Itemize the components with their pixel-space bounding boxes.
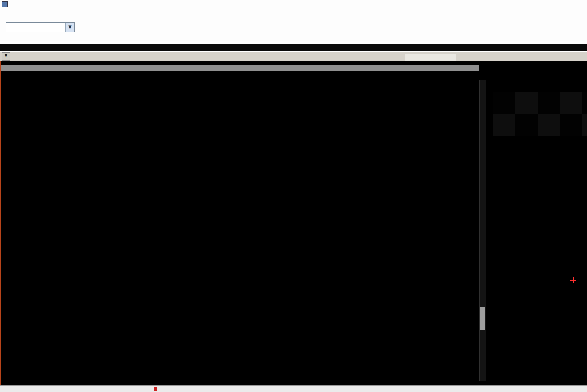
toolbar: ▼ [0, 21, 587, 33]
lap-selector-bar[interactable] [0, 44, 587, 51]
playback-rate-select[interactable]: ▼ [6, 22, 75, 32]
track-outline [494, 181, 578, 280]
application-window: ▼ ▼ [0, 0, 587, 392]
chevron-down-icon[interactable]: ▼ [65, 23, 74, 32]
right-pane [486, 61, 587, 385]
time-axis [1, 373, 481, 381]
cursor-color-swatch [154, 387, 157, 391]
lap-header [1, 65, 479, 71]
app-icon [2, 1, 8, 7]
checker-pattern [493, 92, 587, 136]
title-bar [0, 0, 587, 9]
session-info [0, 33, 587, 41]
track-sections-bar [1, 72, 479, 79]
status-bar [0, 385, 587, 392]
track-map [490, 163, 587, 303]
tab-overflow-dropdown[interactable]: ▼ [2, 52, 10, 61]
menu-bar [0, 9, 587, 21]
chart-scrollbar[interactable] [479, 80, 486, 381]
telemetry-plot-canvas[interactable] [1, 80, 481, 371]
worksheet-tab-bar: ▼ [0, 52, 587, 61]
scrollbar-thumb[interactable] [480, 307, 485, 330]
track-cursor-cross [570, 277, 576, 283]
time-distance-chart[interactable] [0, 61, 486, 385]
